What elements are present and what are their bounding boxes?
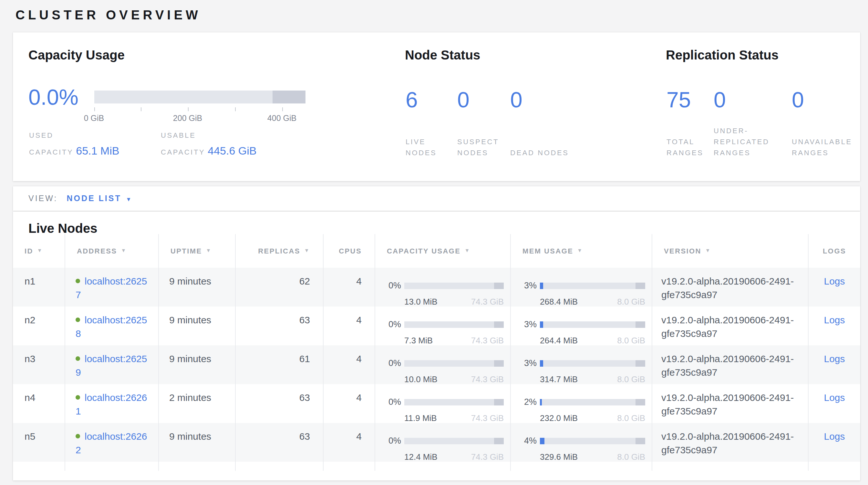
- column-header-version[interactable]: VERSION▼: [652, 234, 809, 268]
- capacity-bar-end-segment: [494, 437, 504, 444]
- mem-percent-label: 3%: [520, 356, 537, 370]
- view-selector-dropdown[interactable]: NODE LIST ▾: [66, 194, 131, 203]
- mem-bar-end-segment: [635, 321, 645, 327]
- node-cpus-cell: 4: [323, 384, 375, 425]
- node-cpus-cell: 4: [323, 345, 375, 386]
- sort-desc-icon: ▼: [705, 247, 711, 253]
- unavailable-ranges-stat: 0 UNAVAILABLE RANGES: [792, 87, 868, 159]
- node-status-section: Node Status 6 LIVE NODES 0 SUSPECT NODES…: [405, 32, 624, 181]
- capacity-bar-track: [94, 90, 305, 104]
- capacity-usage-bar: [404, 321, 504, 327]
- column-header-label: VERSION: [664, 247, 702, 255]
- node-cpus-cell: 4: [323, 268, 375, 309]
- dead-nodes-stat: 0 DEAD NODES: [510, 87, 581, 159]
- table-header-row: ID▼ADDRESS▼UPTIME▼REPLICAS▼CPUSCAPACITY …: [13, 234, 860, 268]
- node-live-icon: [75, 317, 80, 322]
- column-header-uptime[interactable]: UPTIME▼: [159, 234, 236, 268]
- capacity-usage-bar: 0 GiB 200 GiB 400 GiB: [94, 90, 305, 104]
- node-capacity-usage-cell: 0% 13.0 MiB 74.3 GiB: [375, 268, 511, 309]
- node-logs-link[interactable]: Logs: [824, 353, 845, 364]
- capacity-bar-end-segment: [273, 90, 305, 104]
- total-ranges-stat: 75 TOTAL RANGES: [666, 87, 714, 159]
- sort-desc-icon: ▼: [121, 247, 127, 253]
- node-status-title: Node Status: [405, 48, 480, 63]
- node-cpus-cell: 4: [323, 307, 375, 347]
- node-live-icon: [75, 279, 80, 283]
- live-nodes-card: Live Nodes ID▼ADDRESS▼UPTIME▼REPLICAS▼CP…: [13, 211, 860, 481]
- tick-label-400: 400 GiB: [268, 114, 297, 123]
- column-header-id[interactable]: ID▼: [13, 234, 65, 268]
- node-logs-link[interactable]: Logs: [824, 392, 845, 403]
- node-logs-link[interactable]: Logs: [824, 276, 845, 286]
- capacity-percent-label: 0%: [384, 395, 401, 409]
- node-uptime-cell: 9 minutes: [159, 345, 236, 386]
- mem-usage-bar: [540, 399, 645, 405]
- node-version-cell: v19.2.0-alpha.20190606-2491-gfe735c9a97: [652, 423, 809, 464]
- mem-usage-bar: [540, 282, 645, 289]
- suspect-nodes-value: 0: [457, 87, 510, 113]
- capacity-usage-title: Capacity Usage: [28, 48, 125, 63]
- node-address-link[interactable]: localhost:26262: [75, 431, 147, 455]
- node-mem-usage-cell: 4% 329.6 MiB 8.0 GiB: [511, 423, 652, 464]
- node-replicas-cell: 63: [236, 307, 323, 347]
- node-address-link[interactable]: localhost:26259: [75, 353, 147, 378]
- column-header-capacity-usage[interactable]: CAPACITY USAGE▼: [375, 234, 511, 268]
- mem-usage-fill: [540, 399, 542, 405]
- node-address-cell: localhost:26258: [65, 307, 159, 347]
- capacity-percent-label: 0%: [384, 356, 401, 370]
- column-header-label: MEM USAGE: [523, 247, 573, 255]
- capacity-bar-end-segment: [494, 360, 504, 366]
- column-header-replicas[interactable]: REPLICAS▼: [236, 234, 323, 268]
- column-header-address[interactable]: ADDRESS▼: [65, 234, 159, 268]
- node-logs-link[interactable]: Logs: [824, 431, 845, 442]
- chevron-down-icon: ▾: [127, 196, 131, 202]
- column-header-mem-usage[interactable]: MEM USAGE▼: [511, 234, 652, 268]
- node-mem-usage-cell: 2% 232.0 MiB 8.0 GiB: [511, 384, 652, 425]
- node-version-cell: v19.2.0-alpha.20190606-2491-gfe735c9a97: [652, 345, 809, 386]
- capacity-percent-label: 0%: [384, 434, 401, 448]
- capacity-percent-label: 0%: [384, 279, 401, 292]
- node-capacity-usage-cell: 0% 10.0 MiB 74.3 GiB: [375, 345, 511, 386]
- node-address-cell: localhost:26259: [65, 345, 159, 386]
- capacity-usage-bar: [404, 360, 504, 366]
- live-nodes-stat: 6 LIVE NODES: [406, 87, 457, 159]
- node-address-cell: localhost:26261: [65, 384, 159, 425]
- mem-percent-label: 4%: [520, 434, 537, 448]
- node-logs-cell: Logs: [809, 268, 860, 309]
- node-address-link[interactable]: localhost:26261: [75, 392, 147, 417]
- usable-capacity-label: USABLE CAPACITY: [161, 131, 205, 156]
- sort-desc-icon: ▼: [577, 247, 583, 253]
- node-address-cell: localhost:26262: [65, 423, 159, 464]
- used-capacity-value: 65.1 MiB: [76, 145, 119, 157]
- node-address-link[interactable]: localhost:26258: [75, 314, 147, 339]
- mem-bar-end-segment: [635, 282, 645, 289]
- table-row-n5: n5 localhost:26262 9 minutes 63 4 0% 12.…: [13, 423, 860, 462]
- cluster-overview-page: CLUSTER OVERVIEW Capacity Usage 0.0% 0 G…: [0, 0, 868, 485]
- node-live-icon: [75, 356, 80, 361]
- mem-bar-end-segment: [635, 360, 645, 366]
- sort-desc-icon: ▼: [304, 247, 310, 253]
- replication-status-section: Replication Status 75 TOTAL RANGES 0 UND…: [666, 32, 860, 181]
- unavailable-ranges-value: 0: [792, 87, 868, 113]
- node-version-cell: v19.2.0-alpha.20190606-2491-gfe735c9a97: [652, 307, 809, 347]
- node-logs-link[interactable]: Logs: [824, 314, 845, 325]
- node-address-link[interactable]: localhost:26257: [75, 276, 147, 300]
- table-row-n3: n3 localhost:26259 9 minutes 61 4 0% 10.…: [13, 345, 860, 384]
- node-capacity-usage-cell: 0% 7.3 MiB 74.3 GiB: [375, 307, 511, 347]
- page-title: CLUSTER OVERVIEW: [16, 8, 201, 23]
- total-ranges-label: TOTAL RANGES: [666, 137, 714, 159]
- unavailable-ranges-label: UNAVAILABLE RANGES: [792, 137, 868, 159]
- node-mem-usage-cell: 3% 264.4 MiB 8.0 GiB: [511, 307, 652, 347]
- usable-capacity-value: 445.6 GiB: [208, 145, 256, 157]
- node-version-cell: v19.2.0-alpha.20190606-2491-gfe735c9a97: [652, 268, 809, 309]
- used-capacity-stat: USED CAPACITY65.1 MiB: [29, 127, 127, 160]
- sort-desc-icon: ▼: [37, 247, 43, 253]
- mem-percent-label: 2%: [520, 395, 537, 409]
- node-uptime-cell: 9 minutes: [159, 423, 236, 464]
- column-header-label: CPUS: [339, 247, 362, 255]
- node-replicas-cell: 63: [236, 384, 323, 425]
- node-replicas-cell: 62: [236, 268, 323, 309]
- node-capacity-usage-cell: 0% 12.4 MiB 74.3 GiB: [375, 423, 511, 464]
- mem-usage-fill: [540, 360, 543, 366]
- node-mem-usage-cell: 3% 268.4 MiB 8.0 GiB: [511, 268, 652, 309]
